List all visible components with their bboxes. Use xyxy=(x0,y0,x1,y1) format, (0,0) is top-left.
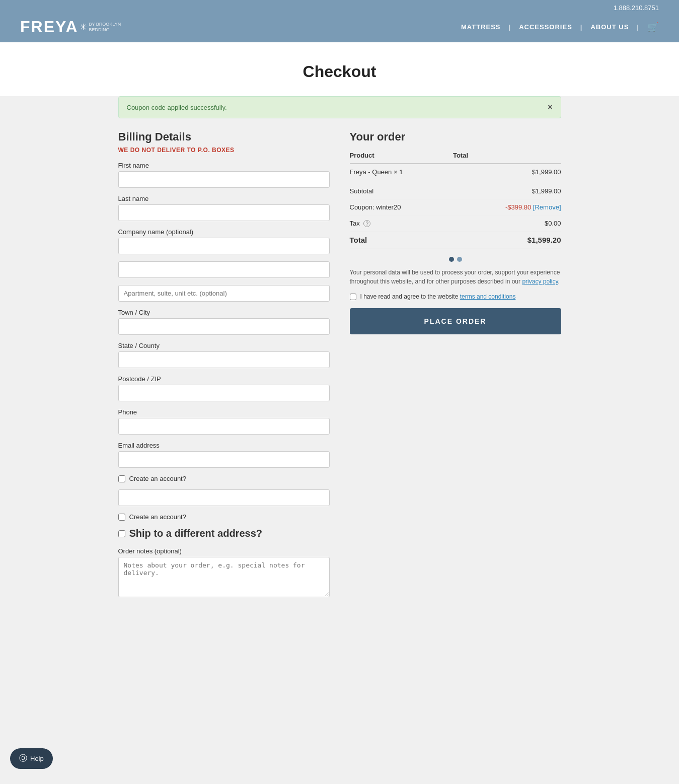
email-input[interactable] xyxy=(118,451,330,468)
close-coupon-banner[interactable]: × xyxy=(548,103,552,112)
header-phone-bar: 1.888.210.8751 xyxy=(0,0,679,14)
privacy-policy-link[interactable]: privacy policy xyxy=(522,278,558,285)
agree-row: I have read and agree to the website ter… xyxy=(350,293,561,300)
nav-mattress[interactable]: MATTRESS xyxy=(461,23,501,31)
coupon-label-cell: Coupon: winter20 xyxy=(350,199,453,216)
postcode-label: Postcode / ZIP xyxy=(118,375,330,383)
subtotal-label: Subtotal xyxy=(350,180,453,199)
tax-value: $0.00 xyxy=(453,216,561,232)
address2-input[interactable] xyxy=(118,285,330,302)
nav-links: MATTRESS | ACCESSORIES | ABOUT US | 🛒 xyxy=(461,22,659,33)
tax-label: Tax xyxy=(350,220,360,227)
company-label: Company name (optional) xyxy=(118,228,330,236)
cart-icon[interactable]: 🛒 xyxy=(647,22,659,33)
col-total: Total xyxy=(453,152,561,164)
create-account-checkbox-1[interactable] xyxy=(118,475,125,482)
agree-text: I have read and agree to the website xyxy=(360,293,459,300)
dot-2 xyxy=(457,257,462,262)
main-content: Coupon code applied successfully. × Bill… xyxy=(108,96,571,626)
create-account-checkbox-2[interactable] xyxy=(118,514,125,521)
logo-text: FREYA xyxy=(20,18,79,36)
coupon-message: Coupon code applied successfully. xyxy=(127,104,227,111)
product-qty: × 1 xyxy=(394,168,403,176)
total-value: $1,599.20 xyxy=(453,232,561,249)
dot-1 xyxy=(449,257,454,262)
nav-sep-3: | xyxy=(637,23,639,31)
subtotal-row: Subtotal $1,999.00 xyxy=(350,180,561,199)
coupon-value-cell: -$399.80 [Remove] xyxy=(453,199,561,216)
product-price-cell: $1,999.00 xyxy=(453,164,561,180)
first-name-input[interactable] xyxy=(118,171,330,188)
order-notes-group: Order notes (optional) xyxy=(118,547,330,599)
address1-group xyxy=(118,261,330,278)
privacy-text: Your personal data will be used to proce… xyxy=(350,268,561,286)
logo-sub: BY BROOKLYN BEDDING xyxy=(89,22,121,33)
total-label: Total xyxy=(350,232,453,249)
account-password-group xyxy=(118,489,330,506)
no-po-notice: WE DO NOT DELIVER TO P.O. BOXES xyxy=(118,147,330,154)
ship-different-group: Ship to a different address? xyxy=(118,528,330,539)
billing-section: Billing Details WE DO NOT DELIVER TO P.O… xyxy=(118,130,330,606)
nav-accessories[interactable]: ACCESSORIES xyxy=(519,23,572,31)
city-label: Town / City xyxy=(118,309,330,316)
email-label: Email address xyxy=(118,442,330,449)
city-group: Town / City xyxy=(118,309,330,335)
account-password-input[interactable] xyxy=(118,489,330,506)
product-row: Freya - Queen × 1 $1,999.00 xyxy=(350,164,561,180)
nav-about-us[interactable]: ABOUT US xyxy=(590,23,629,31)
header-nav: FREYA ✳ BY BROOKLYN BEDDING MATTRESS | A… xyxy=(0,14,679,42)
subtotal-value: $1,999.00 xyxy=(453,180,561,199)
product-name: Freya - Queen xyxy=(350,168,392,176)
phone-label: Phone xyxy=(118,408,330,416)
coupon-row: Coupon: winter20 -$399.80 [Remove] xyxy=(350,199,561,216)
last-name-input[interactable] xyxy=(118,204,330,221)
last-name-group: Last name xyxy=(118,195,330,221)
total-row: Total $1,599.20 xyxy=(350,232,561,249)
place-order-button[interactable]: PLACE ORDER xyxy=(350,308,561,334)
terms-link[interactable]: terms and conditions xyxy=(460,293,516,300)
col-product: Product xyxy=(350,152,453,164)
order-section: Your order Product Total Freya - Queen ×… xyxy=(350,130,561,334)
postcode-input[interactable] xyxy=(118,385,330,401)
order-notes-label: Order notes (optional) xyxy=(118,547,330,555)
remove-coupon-link[interactable]: [Remove] xyxy=(533,203,561,211)
state-group: State / County xyxy=(118,342,330,368)
agree-checkbox[interactable] xyxy=(350,294,356,300)
phone-number: 1.888.210.8751 xyxy=(614,4,659,12)
coupon-banner: Coupon code applied successfully. × xyxy=(118,96,561,118)
page-title-section: Checkout xyxy=(0,42,679,96)
billing-title: Billing Details xyxy=(118,130,330,144)
create-account-label-2: Create an account? xyxy=(129,513,186,521)
state-input[interactable] xyxy=(118,351,330,368)
product-name-cell: Freya - Queen × 1 xyxy=(350,164,453,180)
order-title: Your order xyxy=(350,130,561,144)
ship-different-label: Ship to a different address? xyxy=(129,528,262,539)
nav-sep-2: | xyxy=(580,23,583,31)
order-table: Product Total Freya - Queen × 1 $1,999.0… xyxy=(350,152,561,249)
nav-sep-1: | xyxy=(509,23,511,31)
create-account-group-1: Create an account? xyxy=(118,475,330,482)
snowflake-icon: ✳ xyxy=(80,22,87,33)
logo[interactable]: FREYA ✳ BY BROOKLYN BEDDING xyxy=(20,18,121,36)
last-name-label: Last name xyxy=(118,195,330,202)
address2-group xyxy=(118,285,330,302)
company-input[interactable] xyxy=(118,238,330,254)
postcode-group: Postcode / ZIP xyxy=(118,375,330,401)
phone-input[interactable] xyxy=(118,418,330,435)
first-name-group: First name xyxy=(118,162,330,188)
agree-label: I have read and agree to the website ter… xyxy=(360,293,516,300)
state-label: State / County xyxy=(118,342,330,349)
company-group: Company name (optional) xyxy=(118,228,330,254)
city-input[interactable] xyxy=(118,318,330,335)
tax-info-icon[interactable]: ? xyxy=(363,220,370,227)
coupon-discount: -$399.80 xyxy=(505,203,531,211)
order-notes-input[interactable] xyxy=(118,557,330,597)
create-account-group-2: Create an account? xyxy=(118,513,330,521)
address1-input[interactable] xyxy=(118,261,330,278)
checkout-layout: Billing Details WE DO NOT DELIVER TO P.O… xyxy=(118,130,561,606)
page-title: Checkout xyxy=(0,62,679,81)
ship-different-checkbox[interactable] xyxy=(118,530,125,537)
dot-indicators xyxy=(350,257,561,262)
top-header: 1.888.210.8751 FREYA ✳ BY BROOKLYN BEDDI… xyxy=(0,0,679,42)
first-name-label: First name xyxy=(118,162,330,169)
